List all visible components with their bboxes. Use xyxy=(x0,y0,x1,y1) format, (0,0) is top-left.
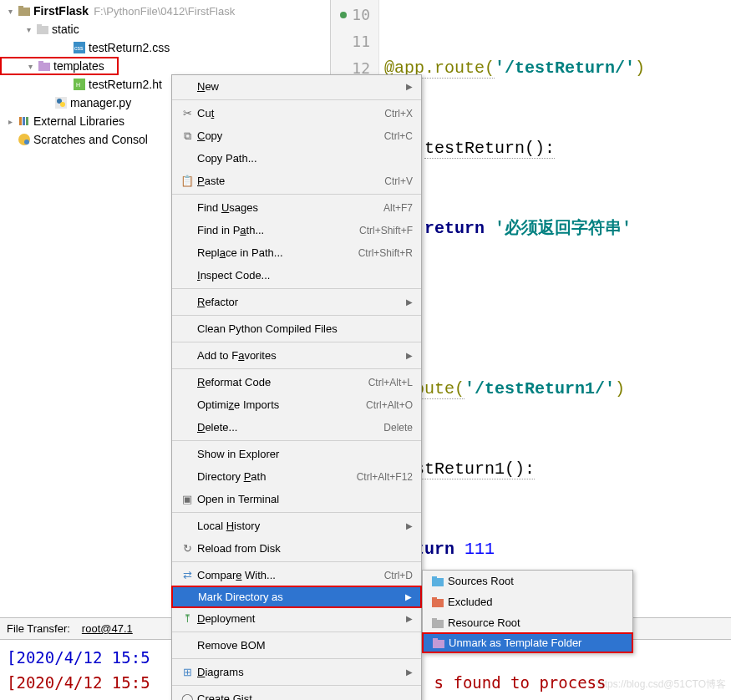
console-timestamp: [2020/4/12 15:5 xyxy=(7,648,150,667)
svg-rect-21 xyxy=(432,597,437,601)
chevron-right-icon: ▶ xyxy=(406,297,413,307)
project-root[interactable]: ▾ FirstFlask F:\PythonFile\0412\FirstFla… xyxy=(0,2,330,20)
paste-icon: 📋 xyxy=(179,175,195,187)
svg-point-12 xyxy=(60,102,65,107)
menu-create-gist[interactable]: ◯Create Gist... xyxy=(172,687,421,700)
console-message: s found to process xyxy=(434,673,607,692)
file-label: testReturn2.css xyxy=(89,41,170,54)
menu-clean-pyc[interactable]: Clean Python Compiled Files xyxy=(172,317,421,340)
svg-rect-13 xyxy=(19,117,22,125)
chevron-right-icon: ▶ xyxy=(405,592,412,601)
svg-rect-7 xyxy=(38,61,43,64)
separator xyxy=(172,288,421,289)
svg-point-17 xyxy=(24,139,29,145)
template-folder-icon xyxy=(430,638,447,648)
menu-remove-bom[interactable]: Remove BOM xyxy=(172,634,421,657)
svg-rect-19 xyxy=(432,576,437,580)
ext-lib-label: External Libraries xyxy=(33,114,124,128)
menu-new[interactable]: New▶ xyxy=(172,75,421,98)
github-icon: ◯ xyxy=(179,692,195,700)
file-label: testReturn2.ht xyxy=(89,78,162,91)
separator xyxy=(172,632,421,632)
compare-icon: ⇄ xyxy=(179,569,195,581)
submenu-excluded[interactable]: Excluded xyxy=(423,591,632,612)
menu-compare-with[interactable]: ⇄Compare With...Ctrl+D xyxy=(172,564,421,586)
menu-reformat[interactable]: Reformat CodeCtrl+Alt+L xyxy=(172,371,421,393)
menu-deployment[interactable]: ⤒Deployment▶ xyxy=(172,607,421,630)
separator xyxy=(172,368,421,369)
submenu-resource-root[interactable]: Resource Root xyxy=(423,612,632,633)
template-folder-icon xyxy=(37,59,52,73)
mark-directory-submenu: Sources Root Excluded Resource Root Unma… xyxy=(422,570,633,653)
chevron-down-icon: ▾ xyxy=(23,62,37,71)
menu-copy-path[interactable]: Copy Path... xyxy=(172,147,421,170)
menu-find-usages[interactable]: Find UsagesAlt+F7 xyxy=(172,196,421,219)
chevron-down-icon: ▾ xyxy=(3,7,17,16)
menu-inspect-code[interactable]: Inspect Code... xyxy=(172,264,421,287)
separator xyxy=(172,685,421,686)
menu-paste[interactable]: 📋PasteCtrl+V xyxy=(172,170,421,192)
resource-folder-icon xyxy=(429,618,446,628)
terminal-icon: ▣ xyxy=(179,493,195,505)
project-name: FirstFlask xyxy=(33,4,89,18)
separator xyxy=(172,342,421,342)
svg-rect-1 xyxy=(18,6,23,9)
console-timestamp: [2020/4/12 15:5 xyxy=(7,673,150,692)
deployment-icon: ⤒ xyxy=(179,612,195,625)
diagram-icon: ⊞ xyxy=(179,666,195,678)
separator xyxy=(172,99,421,100)
menu-mark-directory-as[interactable]: Mark Directory as▶ xyxy=(171,586,422,608)
project-path-hint: F:\PythonFile\0412\FirstFlask xyxy=(94,5,235,18)
copy-icon: ⧉ xyxy=(179,129,195,143)
menu-open-terminal[interactable]: ▣Open in Terminal xyxy=(172,488,421,510)
run-marker-icon[interactable] xyxy=(340,12,347,18)
cut-icon: ✂ xyxy=(179,107,195,119)
menu-copy[interactable]: ⧉CopyCtrl+C xyxy=(172,124,421,147)
scratch-icon xyxy=(17,133,32,146)
menu-show-explorer[interactable]: Show in Explorer xyxy=(172,443,421,465)
menu-replace-in-path[interactable]: Replace in Path...Ctrl+Shift+R xyxy=(172,241,421,264)
library-icon xyxy=(17,114,32,128)
reload-icon: ↻ xyxy=(179,542,195,555)
chevron-right-icon: ▶ xyxy=(406,667,413,677)
line-number: 10 xyxy=(352,2,370,28)
chevron-right-icon: ▸ xyxy=(3,117,17,126)
menu-optimize-imports[interactable]: Optimize ImportsCtrl+Alt+O xyxy=(172,393,421,416)
folder-icon xyxy=(17,4,32,18)
svg-rect-15 xyxy=(26,117,28,125)
menu-reload-disk[interactable]: ↻Reload from Disk xyxy=(172,537,421,560)
svg-rect-25 xyxy=(433,638,438,642)
folder-label: templates xyxy=(53,59,104,73)
chevron-right-icon: ▶ xyxy=(406,82,413,91)
html-file-icon: H xyxy=(72,78,87,91)
chevron-right-icon: ▶ xyxy=(406,521,413,530)
svg-text:H: H xyxy=(76,82,80,88)
folder-static[interactable]: ▾ static xyxy=(0,20,330,38)
separator xyxy=(172,658,421,659)
folder-templates[interactable]: ▾ templates xyxy=(0,57,119,75)
watermark: https://blog.csd@51CTO博客 xyxy=(596,677,726,692)
menu-find-in-path[interactable]: Find in Path...Ctrl+Shift+F xyxy=(172,219,421,241)
menu-cut[interactable]: ✂CutCtrl+X xyxy=(172,102,421,124)
submenu-sources-root[interactable]: Sources Root xyxy=(423,571,632,591)
folder-label: static xyxy=(52,23,79,36)
file-transfer-host[interactable]: root@47.1 xyxy=(82,622,133,635)
separator xyxy=(172,561,421,562)
file-transfer-label: File Transfer: xyxy=(7,622,70,635)
menu-directory-path[interactable]: Directory PathCtrl+Alt+F12 xyxy=(172,465,421,488)
menu-delete[interactable]: Delete...Delete xyxy=(172,416,421,439)
menu-refactor[interactable]: Refactor▶ xyxy=(172,291,421,313)
menu-diagrams[interactable]: ⊞Diagrams▶ xyxy=(172,661,421,683)
submenu-unmark-template[interactable]: Unmark as Template Folder xyxy=(422,632,633,653)
separator xyxy=(172,440,421,441)
menu-favorites[interactable]: Add to Favorites▶ xyxy=(172,344,421,367)
separator xyxy=(172,194,421,195)
svg-rect-14 xyxy=(23,117,25,125)
separator xyxy=(172,315,421,316)
code-area[interactable]: @app.route('/testReturn/') def testRetur… xyxy=(379,0,731,585)
svg-rect-23 xyxy=(432,618,437,621)
menu-local-history[interactable]: Local History▶ xyxy=(172,515,421,537)
file-css[interactable]: css testReturn2.css xyxy=(0,38,330,57)
python-file-icon xyxy=(53,96,69,109)
line-number: 11 xyxy=(352,28,370,55)
